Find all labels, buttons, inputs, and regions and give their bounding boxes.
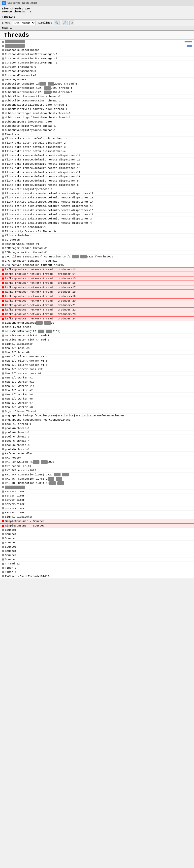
thread-item[interactable]: DubboSaveRegistryCache-thread-1 — [0, 124, 194, 128]
thread-item[interactable]: IPC Client (1856158867) connection to /1… — [0, 255, 194, 259]
thread-item[interactable]: kafka-producer-network-thread | producer… — [0, 272, 194, 276]
thread-item[interactable]: DubboClientReconnectTimer-thread-2 — [0, 94, 194, 99]
thread-item[interactable]: Source: — [0, 536, 194, 540]
thread-item[interactable]: Finalizer — [0, 132, 194, 137]
thread-item[interactable]: kafka-producer-network-thread | producer… — [0, 312, 194, 316]
thread-item[interactable]: Source: — [0, 540, 194, 545]
thread-item[interactable]: flink-scheduler-1 — [0, 234, 194, 238]
thread-item[interactable]: pool-6-thread-3 — [0, 435, 194, 439]
thread-item[interactable]: Timer-1 — [0, 570, 194, 575]
thread-item[interactable]: flink-metrics-akka.remote.default-remote… — [0, 200, 194, 204]
thread-item[interactable]: flink-metrics-akka.remote.default-remote… — [0, 208, 194, 213]
thread-item[interactable]: DubboSaveRegistryCache-thread-1 — [0, 128, 194, 132]
thread-item[interactable]: kafka-producer-network-thread | producer… — [0, 276, 194, 281]
thread-item[interactable]: flink-akka.remote.default-remote-dispatc… — [0, 158, 194, 162]
thread-item[interactable]: Curator-ConnectionStateManager-0 — [0, 57, 194, 61]
thread-item[interactable]: flink-metrics-akka.remote.default-remote… — [0, 196, 194, 200]
thread-item[interactable]: SimpleConsumer – Source: — [0, 519, 194, 524]
thread-item[interactable]: DubboRegistryFailedRetryTimer-thread-1 — [0, 107, 194, 111]
thread-item[interactable]: New I/O worker #10 — [0, 380, 194, 384]
thread-item[interactable]: Curator-ConnectionStateManager-0 — [0, 61, 194, 65]
thread-item[interactable]: server-timer — [0, 490, 194, 494]
thread-item[interactable]: RMI RenewClean-[1 9025] — [0, 460, 194, 464]
thread-item[interactable]: ZkClient-EventThread-101610- — [0, 575, 194, 579]
thread-item[interactable] — [0, 485, 194, 490]
thread-item[interactable]: Hashed wheel timer #1 — [0, 242, 194, 246]
thread-item[interactable]: New I/O worker #11 — [0, 384, 194, 389]
thread-item[interactable]: flink-akka.actor.default-dispatcher-3 — [0, 145, 194, 149]
thread-item[interactable]: LeaseRenewer.hadoop 10 — [0, 321, 194, 325]
thread-item[interactable]: New I/O worker #8 — [0, 405, 194, 409]
thread-item[interactable]: New I/O worker #2 — [0, 389, 194, 393]
thread-item[interactable]: server-timer — [0, 502, 194, 506]
thread-item[interactable]: flink-akka.remote.default-remote-dispatc… — [0, 162, 194, 166]
thread-item[interactable]: Thread-12 — [0, 562, 194, 566]
thread-item[interactable]: Source: — [0, 545, 194, 549]
thread-item[interactable] — [0, 40, 194, 44]
thread-item[interactable]: DubboClientHandler-172. 2999-thread-4 — [0, 86, 194, 90]
thread-item[interactable]: kafka-producer-network-thread | producer… — [0, 294, 194, 299]
thread-item[interactable]: Source: — [0, 553, 194, 558]
thread-item[interactable]: org.apache.hadoop.hdfs.PeerCache@9324d6d — [0, 418, 194, 422]
thread-item[interactable]: pool-6-thread-4 — [0, 439, 194, 443]
thread-item[interactable]: kafka-producer-network-thread | producer… — [0, 290, 194, 294]
thread-item[interactable]: flink-akka.remote.default-remote-dispatc… — [0, 175, 194, 179]
thread-item[interactable]: pool-6-thread-1 — [0, 426, 194, 431]
thread-item[interactable]: flink-akka.actor.default-dispatcher-2 — [0, 141, 194, 145]
thread-item[interactable]: JMX server connection timeout 146215 — [0, 263, 194, 267]
thread-item[interactable]: server-timer — [0, 506, 194, 510]
thread-item[interactable]: flink-akka.remote.default-remote-dispatc… — [0, 183, 194, 187]
thread-item[interactable]: IOManager writer thread #1 — [0, 250, 194, 255]
thread-item[interactable]: DubboClientReconnectTimer-thread-1 — [0, 99, 194, 103]
thread-item[interactable]: Curator-Framework-0 — [0, 65, 194, 69]
thread-item[interactable]: Curator-ConnectionStateManager-0 — [0, 52, 194, 57]
thread-item[interactable]: pool-9-thread-1 — [0, 447, 194, 452]
thread-item[interactable]: org.apache.hadoop.fs.FileSystem$Statisti… — [0, 414, 194, 418]
thread-item[interactable]: New I/O server boss #12 — [0, 367, 194, 372]
thread-item[interactable]: DubboRegistryFailedRetryTimer-thread-1 — [0, 103, 194, 107]
thread-item[interactable]: RMI TCP Connection(1284)-17 — [0, 481, 194, 485]
thread-item[interactable]: New I/O worker #7 — [0, 401, 194, 405]
thread-item[interactable]: pool-6-thread-2 — [0, 431, 194, 435]
thread-item[interactable]: Flink Netty Server (0) Thread 0 — [0, 229, 194, 234]
thread-item[interactable]: flink-akka.actor.default-dispatcher-16 — [0, 137, 194, 141]
thread-item[interactable]: New I/O client worker #1-6 — [0, 363, 194, 367]
thread-item[interactable]: dubbo-remoting-client-heartbeat-thread-2 — [0, 116, 194, 120]
thread-item[interactable]: Source: — [0, 528, 194, 532]
thread-item[interactable]: flink-akka.remote.default-remote-dispatc… — [0, 179, 194, 183]
zoom-out-button[interactable]: 🔎 — [62, 21, 67, 25]
thread-item[interactable]: kafka-producer-network-thread | producer… — [0, 299, 194, 303]
thread-item[interactable]: kafka-producer-network-thread | producer… — [0, 316, 194, 321]
thread-item[interactable]: IPC Parameter Sending Thread #18 — [0, 259, 194, 263]
thread-item[interactable]: kafka-producer-network-thread | producer… — [0, 281, 194, 285]
thread-item[interactable]: main-SendThread(172. 2181) — [0, 329, 194, 334]
thread-item[interactable]: CloseableReaperThread — [0, 48, 194, 52]
thread-item[interactable]: Signal Dispatcher — [0, 515, 194, 519]
thread-item[interactable]: SimpleConsumer – Source: — [0, 524, 194, 528]
thread-item[interactable]: Source: — [0, 532, 194, 536]
thread-item[interactable]: flink-metrics-akka.remote.default-remote… — [0, 204, 194, 208]
thread-item[interactable]: server-timer — [0, 498, 194, 502]
thread-item[interactable]: New I/O client worker #1-4 — [0, 354, 194, 359]
thread-item[interactable]: IOManager reader thread #1 — [0, 246, 194, 250]
thread-item[interactable]: RMI TCP Connection(1268)-172. — [0, 473, 194, 477]
thread-item[interactable]: pool-18-thread-1 — [0, 422, 194, 426]
show-dropdown[interactable]: Live Threads — [12, 21, 35, 25]
thread-item[interactable]: Source: — [0, 558, 194, 562]
thread-item[interactable]: flink-metrics-akka.remote.default-remote… — [0, 217, 194, 221]
thread-item[interactable]: dubbo-remoting-client-heartbeat-thread-1 — [0, 111, 194, 116]
thread-item[interactable]: flink-akka.remote.default-remote-dispatc… — [0, 154, 194, 158]
thread-item[interactable]: Source: — [0, 549, 194, 553]
name-column-header[interactable]: Name ▲ — [2, 27, 12, 30]
thread-item[interactable]: RMI Scheduler(0) — [0, 464, 194, 468]
thread-item[interactable]: New I/O server boss #6 — [0, 372, 194, 376]
zoom-in-button[interactable]: 🔍 — [54, 21, 60, 25]
thread-item[interactable]: Reference Handler — [0, 452, 194, 456]
thread-item[interactable]: kafka-producer-network-thread | producer… — [0, 285, 194, 290]
thread-item[interactable]: DubboResponseTimeoutScanTimer — [0, 120, 194, 124]
thread-item[interactable]: DubboClientHandler-172. 2999-thread-7 — [0, 90, 194, 94]
thread-item[interactable]: New I/O client worker #1-5 — [0, 359, 194, 363]
thread-item[interactable]: New I/O worker #5 — [0, 397, 194, 401]
thread-item[interactable]: pool-6-thread-5 — [0, 443, 194, 447]
thread-item[interactable]: metrics-meter-tick-thread-2 — [0, 338, 194, 342]
